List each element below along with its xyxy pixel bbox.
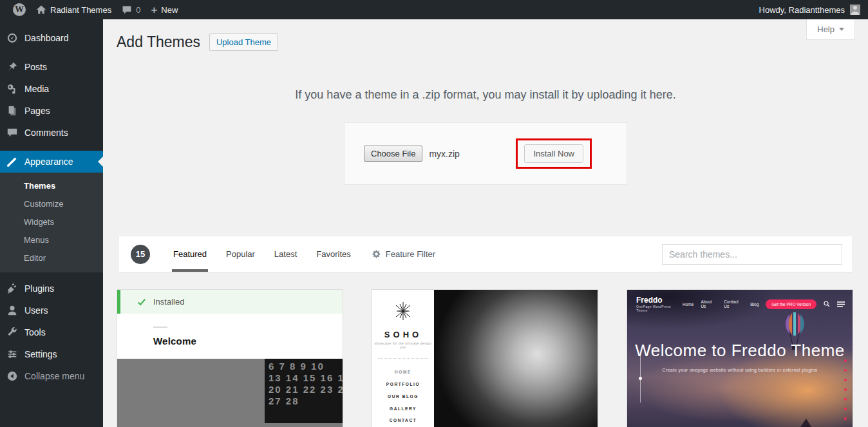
freddo-nav-home: Home: [683, 302, 693, 307]
menu-separator: [0, 49, 103, 56]
gear-icon: [372, 249, 381, 259]
site-name-link[interactable]: Radiant Themes: [31, 0, 117, 19]
tab-featured[interactable]: Featured: [172, 236, 208, 272]
user-avatar[interactable]: [850, 5, 860, 15]
sidebar-item-posts[interactable]: Posts: [0, 56, 103, 78]
plus-icon: +: [151, 5, 157, 15]
soho-menu: HOME PORTFOLIO OUR BLOG GALLERY CONTACT: [372, 366, 434, 427]
new-content-menu[interactable]: + New: [146, 0, 183, 19]
tab-latest[interactable]: Latest: [273, 236, 298, 272]
submenu-item-themes[interactable]: Themes: [0, 177, 103, 195]
wordpress-menu[interactable]: W: [8, 0, 31, 19]
pushpin-icon: [6, 61, 19, 73]
sidebar-item-label: Tools: [24, 327, 46, 337]
check-icon: [137, 298, 146, 307]
theme-filter-bar: 15 Featured Popular Latest Favorites Fea…: [119, 236, 852, 272]
sidebar-item-label: Pages: [24, 106, 50, 116]
submenu-item-editor[interactable]: Editor: [0, 249, 103, 267]
help-dropdown[interactable]: Help: [806, 19, 855, 40]
sidebar-item-label: Posts: [24, 62, 47, 72]
sidebar-item-dashboard[interactable]: Dashboard: [0, 27, 103, 49]
submenu-item-menus[interactable]: Menus: [0, 231, 103, 249]
tree-silhouette: [795, 419, 817, 427]
selected-file-name: myx.zip: [429, 149, 459, 159]
comment-bubble-icon: [122, 5, 132, 15]
theme-screenshot-header: Welcome: [117, 314, 343, 359]
sidebar-item-label: Collapse menu: [24, 371, 84, 381]
soho-menu-item: HOME: [372, 366, 434, 379]
feature-filter-button[interactable]: Feature Filter: [372, 249, 435, 259]
submenu-item-customize[interactable]: Customize: [0, 195, 103, 213]
theme-screenshot-image: 6 7 8 9 10 13 14 15 16 17 20 21 22 23 24…: [117, 359, 343, 427]
install-now-button[interactable]: Install Now: [524, 144, 583, 163]
sidebar-item-collapse-menu[interactable]: Collapse menu: [0, 365, 103, 387]
sidebar-item-tools[interactable]: Tools: [0, 321, 103, 343]
soho-tagline: showcase for the ultimate design you: [372, 341, 434, 349]
sidebar-item-label: Media: [24, 84, 49, 94]
sidebar-item-label: Settings: [24, 349, 57, 359]
soho-logo-text: SOHO: [372, 330, 434, 339]
comments-count: 0: [136, 5, 140, 15]
sidebar-item-comments[interactable]: Comments: [0, 122, 103, 144]
comments-shortcut[interactable]: 0: [117, 0, 146, 19]
freddo-heading: Welcome to Freddo Theme: [627, 341, 853, 361]
hamburger-menu-icon: [837, 301, 845, 307]
plug-icon: [6, 282, 19, 295]
sidebar-item-settings[interactable]: Settings: [0, 343, 103, 365]
choose-file-button[interactable]: Choose File: [364, 146, 422, 162]
admin-bar: W Radiant Themes 0 + New Howdy, Radiantt…: [0, 0, 868, 19]
soho-menu-item: PORTFOLIO: [372, 379, 434, 391]
sidebar-item-label: Users: [24, 305, 48, 316]
upload-form: Choose File myx.zip Install Now: [344, 122, 627, 185]
sidebar-item-label: Dashboard: [24, 33, 69, 43]
soho-portrait-photo: [434, 290, 598, 427]
freddo-navbar: Freddo OnePage WordPress Theme Home Abou…: [627, 290, 853, 312]
help-label: Help: [817, 24, 835, 34]
feature-filter-label: Feature Filter: [386, 249, 435, 259]
decorative-line: [153, 327, 167, 328]
admin-sidebar: Dashboard Posts Media Pages Comments App…: [0, 19, 103, 427]
plant-graphic: [263, 423, 292, 427]
freddo-nav-about: About Us: [701, 299, 717, 308]
annotation-highlight-box: Install Now: [516, 138, 592, 169]
installed-banner: Installed: [117, 290, 343, 314]
theme-card-installed[interactable]: Installed Welcome 6 7 8 9 10 13 14 15 16…: [117, 289, 343, 427]
sidebar-item-users[interactable]: Users: [0, 299, 103, 321]
submenu-item-widgets[interactable]: Widgets: [0, 213, 103, 231]
main-content: Help Add Themes Upload Theme If you have…: [103, 19, 868, 427]
search-input[interactable]: [662, 244, 842, 265]
freddo-subheading: Create your onepage website without usin…: [627, 368, 853, 372]
new-label: New: [161, 5, 178, 15]
theme-card-freddo[interactable]: Freddo OnePage WordPress Theme Home Abou…: [627, 289, 853, 427]
collapse-arrow-icon: [6, 370, 19, 383]
tab-popular[interactable]: Popular: [225, 236, 256, 272]
tab-favorites[interactable]: Favorites: [315, 236, 352, 272]
menu-separator: [0, 144, 103, 151]
appearance-submenu: Themes Customize Widgets Menus Editor: [0, 173, 103, 272]
howdy-account-menu[interactable]: Howdy, Radiantthemes: [759, 5, 845, 15]
dashboard-icon: [6, 32, 19, 44]
calendar-graphic: 6 7 8 9 10 13 14 15 16 17 20 21 22 23 24…: [265, 359, 343, 423]
sidebar-item-pages[interactable]: Pages: [0, 100, 103, 122]
soho-sidebar: SOHO showcase for the ultimate design yo…: [372, 290, 434, 427]
freddo-logo-subtitle: OnePage WordPress Theme: [636, 305, 683, 312]
dotted-divider: [378, 358, 428, 359]
freddo-logo-text: Freddo: [636, 296, 683, 305]
sliders-icon: [6, 348, 19, 361]
theme-count-badge: 15: [131, 245, 150, 264]
installed-label: Installed: [153, 297, 184, 307]
soho-menu-item: OUR BLOG: [372, 391, 434, 403]
user-icon: [6, 304, 19, 317]
sidebar-item-media[interactable]: Media: [0, 78, 103, 100]
sidebar-item-appearance[interactable]: Appearance: [0, 151, 103, 173]
site-name: Radiant Themes: [50, 5, 111, 15]
paintbrush-icon: [6, 155, 19, 168]
sidebar-item-plugins[interactable]: Plugins: [0, 278, 103, 299]
chevron-down-icon: [839, 28, 844, 31]
page-title: Add Themes: [117, 33, 200, 51]
pages-icon: [6, 104, 19, 117]
upload-description: If you have a theme in a .zip format, yo…: [103, 88, 868, 102]
upload-theme-button[interactable]: Upload Theme: [209, 33, 278, 51]
theme-card-soho[interactable]: SOHO showcase for the ultimate design yo…: [372, 289, 598, 427]
theme-grid: Installed Welcome 6 7 8 9 10 13 14 15 16…: [117, 289, 854, 427]
